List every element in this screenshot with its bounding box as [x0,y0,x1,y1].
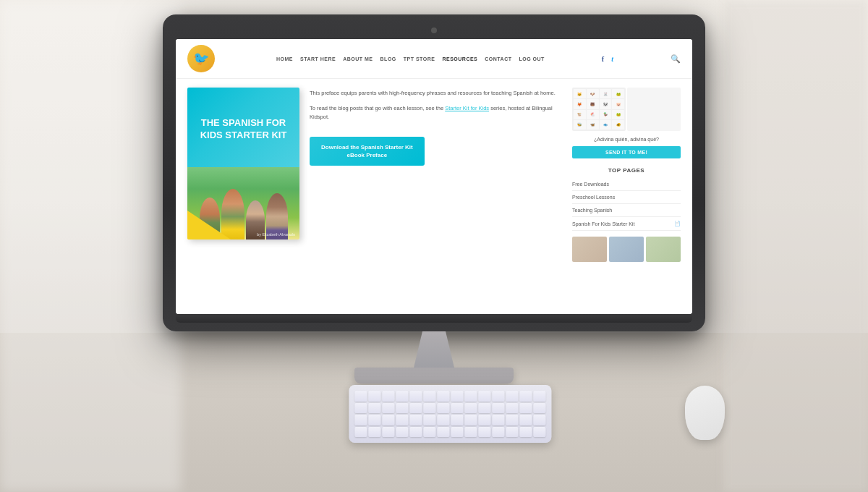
key[interactable] [437,403,449,414]
page-item-preschool[interactable]: Preschool Lessons [572,191,681,204]
key[interactable] [478,403,490,414]
download-button[interactable]: Download the Spanish Starter Kit eBook P… [310,137,425,166]
key[interactable] [533,427,545,438]
logo-bird-icon: 🐦 [193,51,209,67]
key[interactable] [437,391,449,402]
sidebar-img-1: 🐱 🐶 🐰 🐸 🦊 🐻 🐼 🐷 🐮 🐔 [572,88,626,131]
key[interactable] [533,403,545,414]
keyboard[interactable] [349,385,551,443]
animal-cell: 🐶 [587,89,599,98]
starter-kit-link[interactable]: Starter Kit for Kids [445,105,489,111]
sidebar-animal-grid: 🐱 🐶 🐰 🐸 🦊 🐻 🐼 🐷 🐮 🐔 [572,88,681,131]
key[interactable] [451,415,463,425]
facebook-icon[interactable]: f [602,55,604,63]
nav-contact[interactable]: CONTACT [485,56,511,62]
monitor-screen: 🐦 HOME START HERE ABOUT ME BLOG TPT STOR… [176,39,692,314]
sidebar-bottom-img-1 [572,237,607,262]
key[interactable] [396,403,408,414]
key[interactable] [368,391,380,402]
key[interactable] [382,391,394,402]
nav-blog[interactable]: BLOG [380,56,396,62]
animal-cell: 🐷 [612,99,624,109]
nav-about-me[interactable]: ABOUT ME [343,56,373,62]
key[interactable] [506,403,518,414]
mouse[interactable] [685,386,725,440]
key[interactable] [396,427,408,438]
key[interactable] [382,403,394,414]
nav-logout[interactable]: LOG OUT [519,56,544,62]
key[interactable] [464,403,477,414]
key[interactable] [423,427,435,438]
nav-home[interactable]: HOME [276,56,293,62]
key[interactable] [533,391,545,402]
key[interactable] [423,415,435,425]
key[interactable] [506,391,518,402]
key[interactable] [492,427,504,438]
key[interactable] [464,427,477,438]
key[interactable] [451,427,463,438]
key[interactable] [492,403,504,414]
animal-cell: 🦊 [574,99,586,109]
key[interactable] [382,427,394,438]
key[interactable] [519,427,532,438]
key[interactable] [519,415,532,425]
book-title: THE SPANISH FOR KIDS STARTER KIT [195,117,292,142]
key[interactable] [506,427,518,438]
animal-cell: 🦋 [587,120,599,130]
nav-resources[interactable]: RESOURCES [442,56,477,62]
monitor-outer: 🐦 HOME START HERE ABOUT ME BLOG TPT STOR… [163,14,705,331]
key[interactable] [409,415,422,425]
key[interactable] [492,391,504,402]
key[interactable] [409,427,422,438]
nav-tpt-store[interactable]: TPT STORE [404,56,435,62]
animal-cell: 🐝 [574,120,586,130]
send-btn[interactable]: SEND IT TO ME! [572,146,681,158]
key[interactable] [409,403,422,414]
key[interactable] [533,415,545,425]
page-item-starter-kit[interactable]: Spanish For Kids Starter Kit 📄 [572,217,681,231]
key[interactable] [368,403,380,414]
key[interactable] [396,415,408,425]
key[interactable] [368,415,380,425]
sidebar-bottom-img-3 [646,237,681,262]
monitor: 🐦 HOME START HERE ABOUT ME BLOG TPT STOR… [163,14,705,383]
nav-start-here[interactable]: START HERE [300,56,336,62]
key[interactable] [478,415,490,425]
page-item-teaching-spanish[interactable]: Teaching Spanish [572,204,681,217]
key[interactable] [451,391,463,402]
key[interactable] [354,403,367,414]
key[interactable] [464,415,477,425]
sidebar-bottom-images [572,237,681,262]
key[interactable] [423,391,435,402]
twitter-icon[interactable]: t [611,55,613,63]
key[interactable] [409,391,422,402]
animal-cell: 🐔 [587,110,599,119]
monitor-camera [431,27,437,33]
animal-cell: 🐸 [612,89,624,98]
key[interactable] [368,427,380,438]
text-content: This preface equips parents with high-fr… [310,88,563,262]
monitor-stand-neck [405,331,463,368]
key[interactable] [423,403,435,414]
key[interactable] [478,427,490,438]
key[interactable] [354,415,367,425]
animal-cell: 🐠 [612,120,624,130]
search-icon[interactable]: 🔍 [671,54,681,64]
key[interactable] [437,415,449,425]
key[interactable] [354,427,367,438]
key[interactable] [478,391,490,402]
key[interactable] [354,391,367,402]
key[interactable] [464,391,477,402]
key[interactable] [506,415,518,425]
key[interactable] [519,403,532,414]
key[interactable] [519,391,532,402]
key[interactable] [492,415,504,425]
book-cover: THE SPANISH FOR KIDS STARTER KIT [187,88,299,239]
key[interactable] [396,391,408,402]
page-item-free-downloads[interactable]: Free Downloads [572,178,681,191]
site-sidebar: 🐱 🐶 🐰 🐸 🦊 🐻 🐼 🐷 🐮 🐔 [572,88,681,262]
key[interactable] [382,415,394,425]
site-logo[interactable]: 🐦 [187,45,219,72]
key[interactable] [451,403,463,414]
key[interactable] [437,427,449,438]
